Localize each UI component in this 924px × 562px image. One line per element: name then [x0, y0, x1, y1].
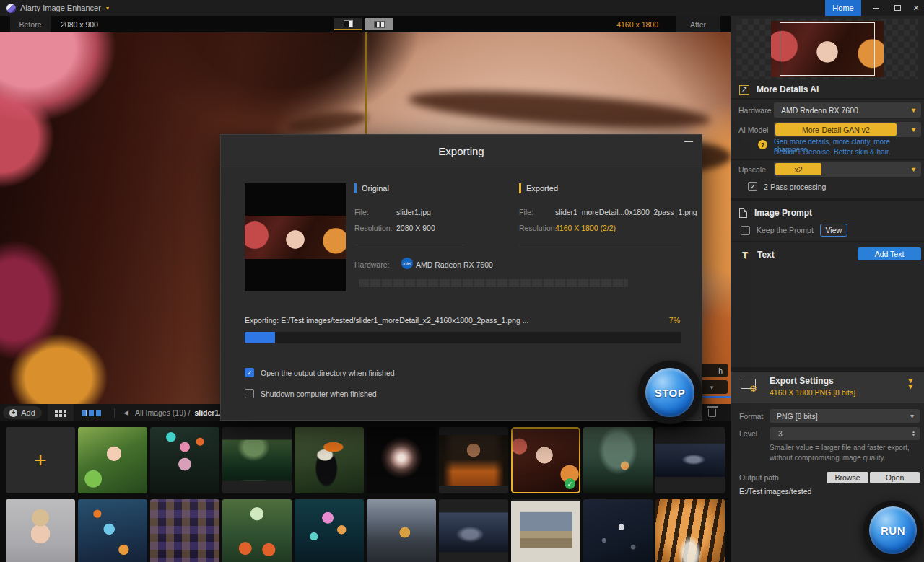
app-window: Aiarty Image Enhancer ▾ Home ✕ Before 20…	[0, 0, 924, 562]
exported-heading: Exported	[519, 183, 558, 193]
column-divider	[354, 245, 464, 245]
output-path-value: E:/Test images/tested	[739, 487, 811, 496]
add-label: Add	[21, 408, 35, 417]
thumbnail-mountain-ridge[interactable]	[439, 499, 508, 562]
dialog-title: Exporting	[221, 145, 702, 157]
toolbar-separator	[114, 408, 115, 418]
add-image-button[interactable]: + Add	[3, 406, 42, 419]
exported-title: Exported	[526, 184, 558, 193]
thumbnail-blue-potions[interactable]	[78, 499, 147, 562]
trash-icon[interactable]	[708, 409, 716, 417]
export-preview-thumbnail	[245, 183, 346, 291]
thumbnail-glass-flower[interactable]	[367, 427, 436, 493]
check-icon: ✓	[750, 183, 756, 190]
exported-file-label: File:	[519, 208, 533, 216]
level-value: 3	[778, 429, 783, 438]
upscale-label: Upscale	[738, 165, 766, 174]
thumbnail-game-amulets[interactable]	[150, 499, 219, 562]
export-progress-fill	[245, 332, 275, 343]
ai-model-dropdown[interactable]: More-Detail GAN v2 ▾	[774, 122, 921, 137]
hardware-value: AMD Radeon RX 7600	[781, 106, 858, 115]
thumbnail-redhead-woman[interactable]: ✓	[511, 427, 580, 493]
export-settings-block[interactable]: ⚙ Export Settings 4160 X 1800 PNG [8 bit…	[731, 372, 924, 403]
grid-view-button[interactable]	[48, 404, 74, 421]
view-prompt-button[interactable]: View	[820, 224, 847, 237]
back-arrow-icon[interactable]: ◀	[123, 409, 128, 416]
before-label: Before	[10, 16, 51, 32]
side-by-side-view-toggle[interactable]	[365, 18, 393, 30]
thumbnail-monk-portrait[interactable]	[439, 427, 508, 493]
thumbnail-steampunk-train[interactable]	[367, 499, 436, 562]
selected-check-icon: ✓	[565, 478, 575, 489]
upscale-dropdown[interactable]: x2 ▾	[774, 162, 921, 177]
text-title: Text	[757, 250, 775, 260]
output-path-label: Output path	[739, 473, 779, 482]
open-output-checkbox[interactable]: ✓	[245, 368, 254, 377]
intel-chip-icon: intel	[401, 258, 413, 269]
breadcrumb[interactable]: All Images (19) /	[135, 408, 190, 417]
thumbnail-jungle-river[interactable]	[222, 427, 292, 493]
plus-circle-icon: +	[9, 409, 17, 417]
shutdown-checkbox[interactable]: ✓	[245, 389, 254, 398]
app-title: Aiarty Image Enhancer	[20, 4, 101, 12]
hardware-label: Hardware	[738, 106, 772, 115]
more-details-header: More Details AI	[739, 81, 819, 98]
maximize-button[interactable]	[888, 0, 907, 16]
thumbnail-dark-mountains[interactable]	[655, 427, 725, 493]
settings-panel: More Details AI Hardware AMD Radeon RX 7…	[731, 16, 924, 562]
open-output-row: ✓ Open the output directory when finishe…	[245, 368, 395, 377]
filmstrip-view-button[interactable]	[78, 404, 104, 421]
grid-view-icon	[55, 410, 58, 413]
exported-file-value: slider1_moreDetail...0x1800_2pass_1.png	[555, 208, 697, 216]
level-help-2: without compromising image quality.	[770, 454, 885, 462]
chevron-down-icon: ▾	[912, 165, 915, 173]
collapse-double-chevron-icon[interactable]: ▾▾	[908, 377, 912, 389]
app-menu-chevron-icon[interactable]: ▾	[106, 5, 109, 12]
exported-resolution-label: Resolution:	[519, 224, 557, 232]
minimize-button[interactable]	[866, 0, 885, 16]
help-question-icon[interactable]: ?	[758, 140, 767, 149]
thumbnail-jellyfish[interactable]	[295, 499, 364, 562]
image-prompt-title: Image Prompt	[754, 208, 812, 218]
ai-model-label: AI Model	[738, 126, 768, 134]
home-button[interactable]: Home	[825, 0, 861, 16]
photo-detail	[287, 108, 369, 135]
open-button[interactable]: Open	[870, 472, 920, 483]
keep-prompt-label: Keep the Prompt	[757, 226, 814, 234]
thumbnail-forest-queen[interactable]	[150, 427, 219, 493]
thumbnail-toucan[interactable]	[295, 427, 364, 493]
thumbnail-greenhouse[interactable]	[222, 499, 292, 562]
thumbnail-blonde-woman[interactable]	[6, 499, 75, 562]
dialog-hardware-value: AMD Radeon RX 7600	[416, 260, 493, 269]
export-preview-image	[245, 216, 346, 259]
add-image-tile[interactable]: +	[6, 427, 75, 493]
thumbnail-tiger[interactable]	[655, 499, 725, 562]
after-resolution: 4160 x 1800	[616, 16, 658, 32]
keep-prompt-checkbox[interactable]: ✓	[741, 226, 750, 235]
add-text-button[interactable]: Add Text	[858, 247, 921, 260]
filmstrip: +✓	[0, 421, 731, 562]
run-button[interactable]: RUN	[869, 506, 917, 554]
hardware-dropdown[interactable]: AMD Radeon RX 7600 ▾	[774, 102, 921, 118]
format-dropdown[interactable]: PNG [8 bits] ▾	[770, 409, 920, 423]
dialog-minimize-icon[interactable]: —	[684, 136, 693, 146]
thumbnail-anime-girl[interactable]	[78, 427, 147, 493]
thumbnail-framed-photo[interactable]	[511, 499, 580, 562]
level-spinner[interactable]: 3 ▴▾	[770, 427, 920, 440]
split-view-toggle[interactable]	[334, 18, 362, 30]
after-label: After	[676, 16, 720, 32]
spinner-arrows-icon[interactable]: ▴▾	[912, 430, 915, 437]
minimize-icon	[873, 8, 879, 9]
navigator-viewport[interactable]	[780, 22, 875, 76]
browse-button[interactable]: Browse	[827, 472, 868, 483]
two-pass-checkbox[interactable]: ✓	[748, 182, 757, 191]
close-button[interactable]: ✕	[907, 0, 924, 16]
format-value: PNG [8 bits]	[777, 412, 818, 421]
text-tool-icon: T	[740, 250, 750, 260]
original-resolution-value: 2080 X 900	[396, 224, 435, 232]
app-logo-icon	[6, 4, 16, 13]
stop-button[interactable]: STOP	[645, 368, 694, 417]
chevron-down-icon: ▾	[910, 412, 914, 420]
thumbnail-space-diver[interactable]	[583, 499, 653, 562]
thumbnail-terrarium-jar[interactable]	[583, 427, 653, 493]
